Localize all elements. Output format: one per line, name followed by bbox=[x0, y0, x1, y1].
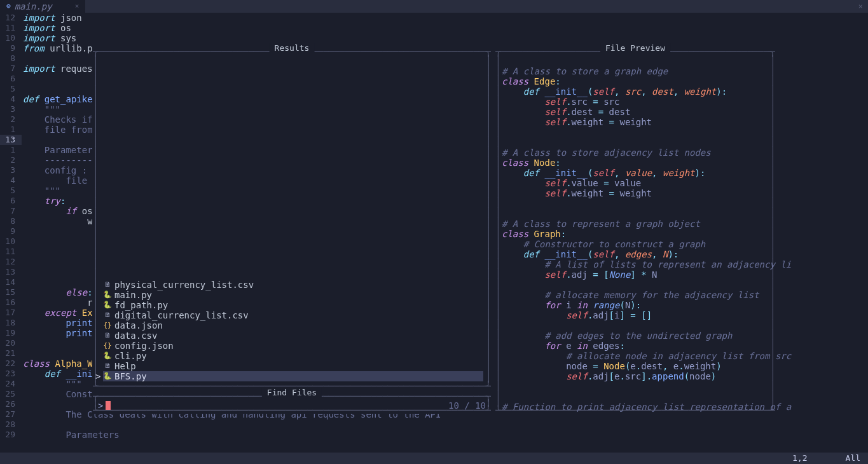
scroll-position: All bbox=[846, 453, 860, 463]
editor-area[interactable]: 1211109876543211312345678910111213141516… bbox=[0, 13, 868, 453]
csv-icon: 🗎 bbox=[103, 331, 112, 341]
results-panel: ╭ ╮ ╰ ╯ ────────────────────────────────… bbox=[92, 48, 492, 390]
results-item[interactable]: 🐍fd_path.py bbox=[103, 300, 483, 310]
results-item-label: BFS.py bbox=[114, 371, 147, 381]
help-icon: 🗎 bbox=[103, 361, 112, 371]
python-icon: ⚙ bbox=[6, 1, 11, 11]
py-icon: 🐍 bbox=[103, 371, 112, 381]
file-preview-code: # A class to store a graph edgeclass Edg… bbox=[502, 66, 791, 412]
results-item-label: cli.py bbox=[114, 351, 147, 361]
find-files-title: Find Files bbox=[262, 388, 322, 398]
results-item[interactable]: 🗎digital_currency_list.csv bbox=[103, 310, 483, 320]
chevron-right-icon: > bbox=[95, 371, 100, 381]
py-icon: 🐍 bbox=[103, 351, 112, 361]
results-item[interactable]: 🗎data.csv bbox=[103, 331, 483, 341]
results-item-label: data.json bbox=[114, 320, 163, 331]
results-item-label: physical_currency_list.csv bbox=[114, 280, 254, 290]
results-item-label: main.py bbox=[114, 290, 152, 300]
cursor-position: 1,2 bbox=[792, 453, 807, 463]
py-icon: 🐍 bbox=[103, 290, 112, 300]
results-item-label: digital_currency_list.csv bbox=[114, 310, 249, 320]
line-number-gutter: 1211109876543211312345678910111213141516… bbox=[0, 13, 18, 440]
statusline: 1,2 All bbox=[0, 453, 868, 464]
results-item[interactable]: > 🐍BFS.py bbox=[103, 371, 483, 381]
find-files-panel: ╭ ╮ ╰ ╯ ────────────────────────────────… bbox=[92, 392, 492, 414]
tab-filename: main.py bbox=[15, 1, 52, 11]
results-item[interactable]: 🐍cli.py bbox=[103, 351, 483, 361]
results-item-label: fd_path.py bbox=[114, 300, 168, 310]
close-all-icon[interactable]: × bbox=[858, 1, 863, 11]
tab-main-py[interactable]: ⚙ main.py × bbox=[0, 0, 85, 13]
close-icon[interactable]: × bbox=[75, 1, 79, 11]
tab-bar: ⚙ main.py × × bbox=[0, 0, 868, 13]
file-preview-title: File Preview bbox=[600, 43, 670, 53]
py-icon: 🐍 bbox=[103, 300, 112, 310]
results-item-label: config.json bbox=[114, 341, 174, 351]
find-files-input[interactable]: > 10 / 10 bbox=[98, 400, 486, 411]
csv-icon: 🗎 bbox=[103, 310, 112, 320]
results-item[interactable]: {}config.json bbox=[103, 341, 483, 351]
prompt-icon: > bbox=[98, 400, 103, 411]
result-counter: 10 / 10 bbox=[448, 400, 486, 411]
results-item-label: Help bbox=[114, 361, 136, 371]
results-list[interactable]: 🗎physical_currency_list.csv🐍main.py🐍fd_p… bbox=[103, 280, 483, 381]
results-item[interactable]: 🐍main.py bbox=[103, 290, 483, 300]
results-item[interactable]: 🗎Help bbox=[103, 361, 483, 371]
cursor bbox=[106, 401, 111, 410]
results-item[interactable]: {}data.json bbox=[103, 320, 483, 331]
results-title: Results bbox=[270, 43, 315, 53]
json-icon: {} bbox=[103, 320, 112, 331]
file-preview-panel: ╭ ╮ ╰ ╯ ────────────────────────────────… bbox=[495, 48, 776, 414]
results-item[interactable]: 🗎physical_currency_list.csv bbox=[103, 280, 483, 290]
json-icon: {} bbox=[103, 341, 112, 351]
results-item-label: data.csv bbox=[114, 331, 157, 341]
csv-icon: 🗎 bbox=[103, 280, 112, 290]
